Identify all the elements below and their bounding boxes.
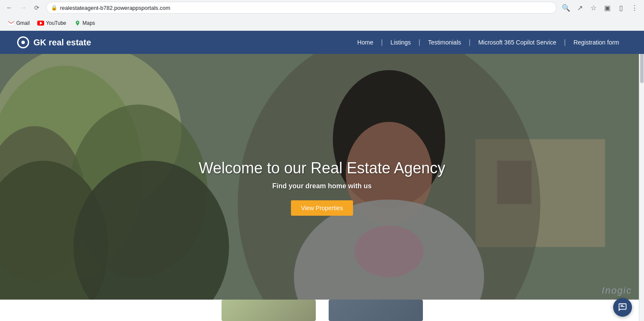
hero-title: Welcome to our Real Estate Agency (194, 159, 451, 177)
nav-link-registration[interactable]: Registration form (566, 39, 627, 46)
share-button[interactable]: ↗ (574, 2, 586, 14)
bottom-thumb-left (222, 300, 316, 321)
gmail-label: Gmail (16, 20, 30, 26)
youtube-label: YouTube (46, 20, 66, 26)
url-text: realestateagent-b782.powerappsportals.co… (60, 5, 552, 11)
bookmark-youtube[interactable]: YouTube (34, 18, 69, 28)
back-button[interactable]: ← (3, 2, 15, 14)
reload-button[interactable]: ⟳ (31, 2, 43, 14)
media-button[interactable]: ▣ (601, 2, 613, 14)
scrollbar[interactable] (639, 31, 644, 321)
forward-button[interactable]: → (17, 2, 29, 14)
bottom-thumb-right (329, 300, 423, 321)
chat-icon (618, 303, 627, 312)
nav-link-listings[interactable]: Listings (383, 39, 418, 46)
maps-label: Maps (83, 20, 95, 26)
website-content: GK real estate Home | Listings | Testimo… (0, 31, 644, 321)
hero-content: Welcome to our Real Estate Agency Find y… (194, 159, 451, 216)
nav-link-ms365[interactable]: Microsoft 365 Copilot Service (470, 39, 564, 46)
logo-icon (17, 36, 29, 48)
hero-subtitle: Find your dream home with us (194, 182, 451, 190)
site-logo: GK real estate (17, 36, 91, 48)
bottom-strip (0, 300, 644, 321)
site-nav: GK real estate Home | Listings | Testimo… (0, 31, 644, 54)
chat-widget-button[interactable] (613, 298, 632, 317)
svg-rect-17 (620, 306, 624, 307)
extensions-button[interactable]: ▯ (615, 2, 627, 14)
nav-link-home[interactable]: Home (350, 39, 381, 46)
logo-text: GK real estate (33, 38, 91, 48)
browser-chrome: ← → ⟳ 🔒 realestateagent-b782.powerappspo… (0, 0, 644, 31)
address-bar[interactable]: 🔒 realestateagent-b782.powerappsportals.… (46, 2, 557, 14)
nav-buttons: ← → ⟳ (3, 2, 43, 14)
browser-toolbar-icons: 🔍 ↗ ☆ ▣ ▯ ⋮ (560, 2, 641, 14)
search-button[interactable]: 🔍 (560, 2, 572, 14)
nav-links: Home | Listings | Testimonials | Microso… (350, 39, 627, 46)
svg-rect-18 (620, 305, 623, 306)
inogic-watermark: Inogic (602, 285, 632, 296)
menu-button[interactable]: ⋮ (629, 2, 641, 14)
maps-icon (74, 20, 81, 27)
bookmarks-bar: Gmail YouTube Maps (0, 15, 644, 31)
bookmark-maps[interactable]: Maps (71, 18, 99, 28)
bookmark-gmail[interactable]: Gmail (4, 18, 33, 28)
nav-link-testimonials[interactable]: Testimonials (420, 39, 469, 46)
bookmark-button[interactable]: ☆ (587, 2, 599, 14)
gmail-icon (8, 20, 15, 27)
youtube-icon (37, 20, 44, 27)
hero-section: Welcome to our Real Estate Agency Find y… (0, 54, 644, 321)
browser-title-bar: ← → ⟳ 🔒 realestateagent-b782.powerappspo… (0, 0, 644, 15)
view-properties-button[interactable]: View Properties (291, 200, 353, 216)
lock-icon: 🔒 (51, 5, 57, 11)
